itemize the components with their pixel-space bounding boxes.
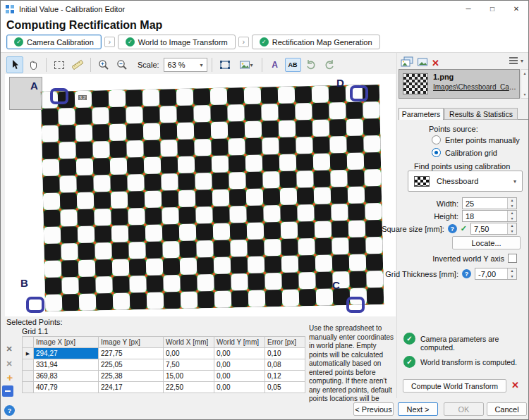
previous-button[interactable]: < Previous <box>353 402 394 416</box>
tab-world-to-image-transform[interactable]: ✓ World to Image Transform <box>118 35 236 49</box>
height-field[interactable]: 18 ▲▼ <box>462 210 517 222</box>
measure-tool-button[interactable] <box>69 56 86 73</box>
table-cell[interactable]: 225,05 <box>99 359 164 371</box>
table-cell[interactable]: 22,50 <box>164 382 214 393</box>
row-marker-cell[interactable] <box>23 371 34 382</box>
clear-all-points-button[interactable]: ✕ <box>4 358 15 369</box>
next-button[interactable]: Next > <box>398 402 438 416</box>
image-viewport[interactable]: 3,2 A D B C <box>5 74 396 316</box>
select-region-tool-button[interactable] <box>51 56 68 73</box>
table-cell[interactable]: 0,00 <box>164 348 214 359</box>
table-cell[interactable]: 0,00 <box>214 348 265 359</box>
image-list-item-selected[interactable]: 1.png Images\Chessboard_Cali... <box>399 69 520 99</box>
grid-thickness-spinner[interactable]: ▲▼ <box>507 268 516 279</box>
column-header[interactable]: Image Y [px] <box>99 337 164 348</box>
column-header[interactable]: World Y [mm] <box>214 337 265 348</box>
pan-tool-button[interactable] <box>25 56 42 73</box>
row-marker-cell[interactable]: ▶ <box>23 348 34 359</box>
image-display-menu-button[interactable]: ▾ <box>235 56 257 73</box>
table-cell[interactable]: 0,10 <box>265 348 305 359</box>
antialias-toggle-button[interactable]: A <box>267 56 284 73</box>
table-cell[interactable]: 369,83 <box>34 371 99 382</box>
scale-combo[interactable]: 63 % ▾ <box>164 58 207 72</box>
scroll-up-icon[interactable]: ▲ <box>521 70 528 77</box>
square-size-row: Square size [mm]: ? ✓ 7,50 ▲▼ <box>382 223 517 235</box>
pointer-tool-button[interactable] <box>6 56 23 73</box>
width-field[interactable]: 25 ▲▼ <box>462 197 517 209</box>
inverted-y-checkbox[interactable] <box>508 254 517 263</box>
board-type-combo[interactable]: Chessboard ▾ <box>408 171 523 192</box>
tab-parameters[interactable]: Parameters <box>399 108 444 120</box>
locate-button[interactable]: Locate... <box>452 236 521 249</box>
row-marker-cell[interactable] <box>23 359 34 371</box>
rotate-left-button[interactable] <box>303 56 320 73</box>
height-value: 18 <box>466 212 474 221</box>
title-bar[interactable]: Initial Value - Calibration Editor ─ □ ✕ <box>1 1 528 17</box>
cancel-button[interactable]: Cancel <box>487 402 527 416</box>
file-path-link[interactable]: Images\Chessboard_Cali... <box>433 83 516 91</box>
row-selector-header[interactable] <box>23 337 34 348</box>
table-cell[interactable]: 331,94 <box>34 359 99 371</box>
square-size-field[interactable]: 7,50 ▲▼ <box>470 223 517 235</box>
height-row: Height: 18 ▲▼ <box>434 210 517 222</box>
table-cell[interactable]: 7,50 <box>164 359 214 371</box>
add-image-button[interactable] <box>417 56 428 69</box>
help-icon[interactable]: ? <box>448 224 457 233</box>
help-button[interactable]: ? <box>4 405 15 416</box>
table-cell[interactable]: 225,38 <box>99 371 164 382</box>
ab-compare-button[interactable]: AB <box>285 58 301 72</box>
table-cell[interactable]: 0,12 <box>265 371 305 382</box>
image-list-scrollbar[interactable]: ▲ ▼ <box>521 69 529 99</box>
camera-status-text: Camera parameters are computed. <box>420 335 526 352</box>
radio-enter-points-manually[interactable]: Enter points manually <box>432 135 520 144</box>
tab-results-statistics[interactable]: Results & Statistics <box>444 108 518 120</box>
table-cell[interactable]: 0,00 <box>214 382 265 393</box>
square-size-spinner[interactable]: ▲▼ <box>507 223 516 234</box>
column-header[interactable]: Image X [px] <box>34 337 99 348</box>
radio-calibration-grid[interactable]: Calibration grid <box>432 148 497 157</box>
table-cell[interactable]: 0,08 <box>265 359 305 371</box>
check-icon: ✓ <box>126 37 135 47</box>
add-point-button[interactable]: + <box>4 371 16 383</box>
zoom-in-button[interactable] <box>95 56 112 73</box>
rotate-right-icon <box>324 59 335 70</box>
check-icon: ✓ <box>260 37 269 47</box>
table-cell[interactable]: 294,27 <box>34 348 99 359</box>
ok-button[interactable]: OK <box>444 402 484 416</box>
antialias-icon: A <box>272 60 278 70</box>
add-images-button[interactable] <box>401 56 413 69</box>
table-cell[interactable]: 0,00 <box>214 371 265 382</box>
chessboard-calibration-image[interactable] <box>41 85 384 311</box>
table-cell[interactable]: 15,00 <box>164 371 214 382</box>
close-button[interactable]: ✕ <box>504 1 528 17</box>
maximize-button[interactable]: □ <box>480 1 504 17</box>
list-view-menu-button[interactable]: ▾ <box>509 56 523 65</box>
row-marker-cell[interactable] <box>23 382 34 393</box>
fit-region-button[interactable] <box>217 56 233 73</box>
cancel-compute-icon[interactable]: ✕ <box>511 380 519 390</box>
compute-world-transform-button[interactable]: Compute World Transform <box>403 379 506 393</box>
table-cell[interactable]: 224,17 <box>99 382 164 393</box>
help-icon[interactable]: ? <box>462 269 471 278</box>
table-cell[interactable]: 227,75 <box>99 348 164 359</box>
dock-panel-button[interactable] <box>2 385 13 397</box>
image-list-toolbar: ✕ <box>401 56 439 69</box>
tab-camera-calibration[interactable]: ✓ Camera Calibration <box>6 35 102 49</box>
zoom-out-button[interactable] <box>114 56 130 73</box>
column-header[interactable]: World X [mm] <box>164 337 214 348</box>
clear-point-button[interactable]: ✕ <box>4 343 15 354</box>
height-spinner[interactable]: ▲▼ <box>507 211 516 221</box>
table-cell[interactable]: 407,79 <box>34 382 99 393</box>
minimize-button[interactable]: ─ <box>456 1 480 17</box>
table-cell[interactable]: 0,00 <box>214 359 265 371</box>
tab-rectification-map-generation[interactable]: ✓ Rectification Map Generation <box>252 35 380 49</box>
check-icon: ✓ <box>14 37 23 47</box>
column-header[interactable]: Error [px] <box>265 337 305 348</box>
scroll-down-icon[interactable]: ▼ <box>521 91 528 98</box>
table-cell[interactable]: 0,05 <box>265 382 305 393</box>
ruler-icon <box>72 59 83 70</box>
grid-thickness-field[interactable]: -7,00 ▲▼ <box>475 268 517 280</box>
remove-image-button[interactable]: ✕ <box>432 58 439 68</box>
width-spinner[interactable]: ▲▼ <box>507 198 516 209</box>
rotate-right-button[interactable] <box>321 56 338 73</box>
